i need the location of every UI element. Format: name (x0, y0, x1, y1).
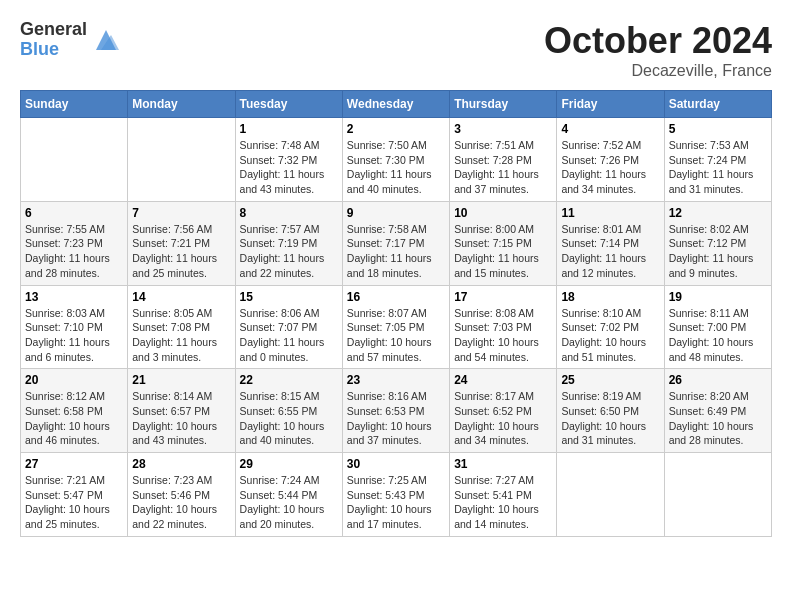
day-info: Sunrise: 7:24 AMSunset: 5:44 PMDaylight:… (240, 473, 338, 532)
table-row: 4Sunrise: 7:52 AMSunset: 7:26 PMDaylight… (557, 118, 664, 202)
day-info: Sunrise: 7:55 AMSunset: 7:23 PMDaylight:… (25, 222, 123, 281)
day-number: 8 (240, 206, 338, 220)
day-number: 24 (454, 373, 552, 387)
day-info: Sunrise: 7:58 AMSunset: 7:17 PMDaylight:… (347, 222, 445, 281)
table-row: 23Sunrise: 8:16 AMSunset: 6:53 PMDayligh… (342, 369, 449, 453)
logo-blue-text: Blue (20, 40, 87, 60)
table-row: 6Sunrise: 7:55 AMSunset: 7:23 PMDaylight… (21, 201, 128, 285)
table-row: 25Sunrise: 8:19 AMSunset: 6:50 PMDayligh… (557, 369, 664, 453)
table-row (557, 453, 664, 537)
table-row: 2Sunrise: 7:50 AMSunset: 7:30 PMDaylight… (342, 118, 449, 202)
day-number: 3 (454, 122, 552, 136)
day-number: 22 (240, 373, 338, 387)
day-info: Sunrise: 7:57 AMSunset: 7:19 PMDaylight:… (240, 222, 338, 281)
day-info: Sunrise: 8:16 AMSunset: 6:53 PMDaylight:… (347, 389, 445, 448)
table-row: 7Sunrise: 7:56 AMSunset: 7:21 PMDaylight… (128, 201, 235, 285)
calendar-week-row: 27Sunrise: 7:21 AMSunset: 5:47 PMDayligh… (21, 453, 772, 537)
table-row: 16Sunrise: 8:07 AMSunset: 7:05 PMDayligh… (342, 285, 449, 369)
day-number: 23 (347, 373, 445, 387)
day-info: Sunrise: 7:27 AMSunset: 5:41 PMDaylight:… (454, 473, 552, 532)
day-number: 13 (25, 290, 123, 304)
day-info: Sunrise: 7:50 AMSunset: 7:30 PMDaylight:… (347, 138, 445, 197)
day-number: 26 (669, 373, 767, 387)
day-number: 28 (132, 457, 230, 471)
table-row: 19Sunrise: 8:11 AMSunset: 7:00 PMDayligh… (664, 285, 771, 369)
day-info: Sunrise: 8:14 AMSunset: 6:57 PMDaylight:… (132, 389, 230, 448)
logo-general-text: General (20, 20, 87, 40)
table-row: 22Sunrise: 8:15 AMSunset: 6:55 PMDayligh… (235, 369, 342, 453)
table-row: 27Sunrise: 7:21 AMSunset: 5:47 PMDayligh… (21, 453, 128, 537)
day-number: 21 (132, 373, 230, 387)
page-header: General Blue October 2024 Decazeville, F… (20, 20, 772, 80)
table-row: 11Sunrise: 8:01 AMSunset: 7:14 PMDayligh… (557, 201, 664, 285)
calendar-week-row: 6Sunrise: 7:55 AMSunset: 7:23 PMDaylight… (21, 201, 772, 285)
day-number: 16 (347, 290, 445, 304)
day-number: 17 (454, 290, 552, 304)
table-row: 20Sunrise: 8:12 AMSunset: 6:58 PMDayligh… (21, 369, 128, 453)
col-monday: Monday (128, 91, 235, 118)
day-number: 4 (561, 122, 659, 136)
day-info: Sunrise: 8:06 AMSunset: 7:07 PMDaylight:… (240, 306, 338, 365)
day-info: Sunrise: 8:00 AMSunset: 7:15 PMDaylight:… (454, 222, 552, 281)
day-info: Sunrise: 7:23 AMSunset: 5:46 PMDaylight:… (132, 473, 230, 532)
day-number: 15 (240, 290, 338, 304)
col-thursday: Thursday (450, 91, 557, 118)
day-info: Sunrise: 8:19 AMSunset: 6:50 PMDaylight:… (561, 389, 659, 448)
day-info: Sunrise: 7:21 AMSunset: 5:47 PMDaylight:… (25, 473, 123, 532)
day-info: Sunrise: 8:07 AMSunset: 7:05 PMDaylight:… (347, 306, 445, 365)
table-row: 8Sunrise: 7:57 AMSunset: 7:19 PMDaylight… (235, 201, 342, 285)
day-info: Sunrise: 7:51 AMSunset: 7:28 PMDaylight:… (454, 138, 552, 197)
day-info: Sunrise: 8:05 AMSunset: 7:08 PMDaylight:… (132, 306, 230, 365)
day-number: 2 (347, 122, 445, 136)
table-row: 21Sunrise: 8:14 AMSunset: 6:57 PMDayligh… (128, 369, 235, 453)
day-number: 19 (669, 290, 767, 304)
day-info: Sunrise: 8:15 AMSunset: 6:55 PMDaylight:… (240, 389, 338, 448)
table-row: 26Sunrise: 8:20 AMSunset: 6:49 PMDayligh… (664, 369, 771, 453)
day-info: Sunrise: 7:53 AMSunset: 7:24 PMDaylight:… (669, 138, 767, 197)
day-number: 9 (347, 206, 445, 220)
calendar-header-row: Sunday Monday Tuesday Wednesday Thursday… (21, 91, 772, 118)
day-number: 31 (454, 457, 552, 471)
logo: General Blue (20, 20, 121, 60)
table-row: 9Sunrise: 7:58 AMSunset: 7:17 PMDaylight… (342, 201, 449, 285)
table-row (128, 118, 235, 202)
day-number: 12 (669, 206, 767, 220)
month-title: October 2024 (544, 20, 772, 62)
day-info: Sunrise: 8:17 AMSunset: 6:52 PMDaylight:… (454, 389, 552, 448)
day-number: 10 (454, 206, 552, 220)
col-wednesday: Wednesday (342, 91, 449, 118)
day-info: Sunrise: 8:08 AMSunset: 7:03 PMDaylight:… (454, 306, 552, 365)
table-row (21, 118, 128, 202)
calendar-table: Sunday Monday Tuesday Wednesday Thursday… (20, 90, 772, 537)
day-number: 18 (561, 290, 659, 304)
table-row: 24Sunrise: 8:17 AMSunset: 6:52 PMDayligh… (450, 369, 557, 453)
day-info: Sunrise: 7:48 AMSunset: 7:32 PMDaylight:… (240, 138, 338, 197)
table-row: 31Sunrise: 7:27 AMSunset: 5:41 PMDayligh… (450, 453, 557, 537)
table-row: 1Sunrise: 7:48 AMSunset: 7:32 PMDaylight… (235, 118, 342, 202)
table-row: 12Sunrise: 8:02 AMSunset: 7:12 PMDayligh… (664, 201, 771, 285)
calendar-week-row: 13Sunrise: 8:03 AMSunset: 7:10 PMDayligh… (21, 285, 772, 369)
day-number: 27 (25, 457, 123, 471)
day-number: 20 (25, 373, 123, 387)
day-number: 6 (25, 206, 123, 220)
day-number: 30 (347, 457, 445, 471)
table-row: 5Sunrise: 7:53 AMSunset: 7:24 PMDaylight… (664, 118, 771, 202)
day-info: Sunrise: 7:52 AMSunset: 7:26 PMDaylight:… (561, 138, 659, 197)
table-row: 15Sunrise: 8:06 AMSunset: 7:07 PMDayligh… (235, 285, 342, 369)
col-tuesday: Tuesday (235, 91, 342, 118)
table-row: 28Sunrise: 7:23 AMSunset: 5:46 PMDayligh… (128, 453, 235, 537)
table-row: 17Sunrise: 8:08 AMSunset: 7:03 PMDayligh… (450, 285, 557, 369)
day-info: Sunrise: 7:56 AMSunset: 7:21 PMDaylight:… (132, 222, 230, 281)
day-number: 14 (132, 290, 230, 304)
day-info: Sunrise: 8:12 AMSunset: 6:58 PMDaylight:… (25, 389, 123, 448)
table-row: 3Sunrise: 7:51 AMSunset: 7:28 PMDaylight… (450, 118, 557, 202)
day-info: Sunrise: 8:11 AMSunset: 7:00 PMDaylight:… (669, 306, 767, 365)
day-info: Sunrise: 8:20 AMSunset: 6:49 PMDaylight:… (669, 389, 767, 448)
table-row: 29Sunrise: 7:24 AMSunset: 5:44 PMDayligh… (235, 453, 342, 537)
day-number: 7 (132, 206, 230, 220)
logo-icon (91, 25, 121, 55)
col-saturday: Saturday (664, 91, 771, 118)
day-number: 29 (240, 457, 338, 471)
day-number: 5 (669, 122, 767, 136)
table-row: 18Sunrise: 8:10 AMSunset: 7:02 PMDayligh… (557, 285, 664, 369)
